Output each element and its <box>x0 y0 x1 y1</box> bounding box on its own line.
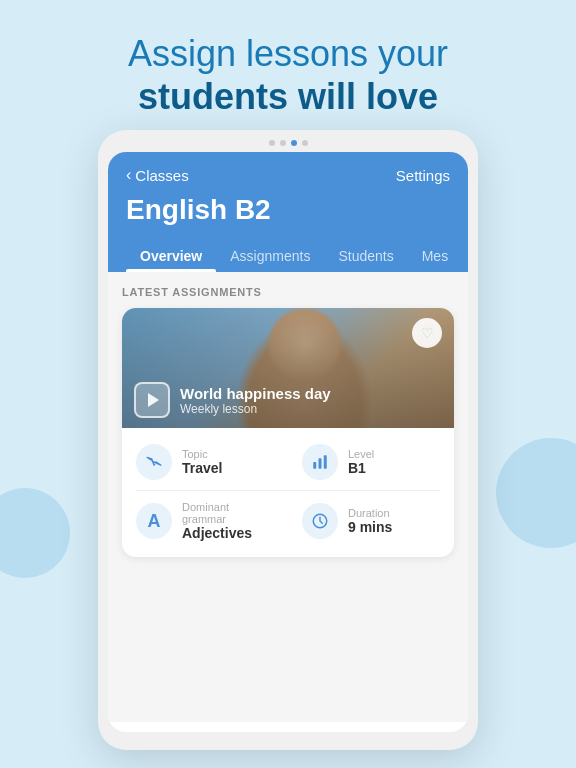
app-nav: ‹ Classes Settings <box>126 166 450 184</box>
assignment-card[interactable]: ♡ World happiness day Weekly lesson <box>122 308 454 557</box>
topic-text: Topic Travel <box>182 448 222 476</box>
tab-students[interactable]: Students <box>324 240 407 272</box>
svg-rect-0 <box>313 462 316 469</box>
plane-icon <box>145 453 163 471</box>
level-text: Level B1 <box>348 448 374 476</box>
lesson-name: World happiness day <box>180 385 331 402</box>
lesson-text: World happiness day Weekly lesson <box>180 385 331 416</box>
level-icon-wrap <box>302 444 338 480</box>
dot-1 <box>269 140 275 146</box>
grammar-icon-wrap: A <box>136 503 172 539</box>
heart-icon: ♡ <box>421 325 434 341</box>
back-button[interactable]: ‹ Classes <box>126 166 189 184</box>
bar-chart-icon <box>311 453 329 471</box>
lesson-type: Weekly lesson <box>180 402 331 416</box>
svg-rect-2 <box>324 455 327 469</box>
hero-title: Assign lessons your students will love <box>40 32 536 118</box>
grammar-text: Dominant grammar Adjectives <box>182 501 274 541</box>
dot-2 <box>280 140 286 146</box>
play-icon <box>148 393 159 407</box>
app-header: ‹ Classes Settings English B2 Overview A… <box>108 152 468 272</box>
decorative-circle-left <box>0 488 70 578</box>
topic-icon-wrap <box>136 444 172 480</box>
meta-level: Level B1 <box>288 434 454 490</box>
tab-assignments[interactable]: Assignments <box>216 240 324 272</box>
duration-icon-wrap <box>302 503 338 539</box>
decorative-circle-right <box>496 438 576 548</box>
dot-4 <box>302 140 308 146</box>
svg-rect-1 <box>319 458 322 469</box>
content-area: LATEST ASSIGNMENTS ♡ <box>108 272 468 722</box>
class-title: English B2 <box>126 194 450 226</box>
device-frame: ‹ Classes Settings English B2 Overview A… <box>98 130 478 750</box>
meta-grid: Topic Travel <box>122 428 454 557</box>
meta-topic: Topic Travel <box>122 434 288 490</box>
back-label: Classes <box>135 167 188 184</box>
hero-section: Assign lessons your students will love <box>0 0 576 138</box>
lesson-info: World happiness day Weekly lesson <box>134 382 331 418</box>
meta-grammar: A Dominant grammar Adjectives <box>122 491 288 551</box>
settings-button[interactable]: Settings <box>396 167 450 184</box>
dot-3 <box>291 140 297 146</box>
play-button[interactable] <box>134 382 170 418</box>
meta-duration: Duration 9 mins <box>288 491 454 551</box>
chevron-left-icon: ‹ <box>126 166 131 184</box>
tab-messages[interactable]: Mes <box>408 240 462 272</box>
device-dots <box>108 140 468 146</box>
clock-icon <box>311 512 329 530</box>
tab-bar: Overview Assignments Students Mes <box>126 240 450 272</box>
device-screen: ‹ Classes Settings English B2 Overview A… <box>108 152 468 732</box>
tab-overview[interactable]: Overview <box>126 240 216 272</box>
letter-a-icon: A <box>148 511 161 532</box>
section-label: LATEST ASSIGNMENTS <box>122 286 454 298</box>
duration-text: Duration 9 mins <box>348 507 392 535</box>
favorite-button[interactable]: ♡ <box>412 318 442 348</box>
card-image: ♡ World happiness day Weekly lesson <box>122 308 454 428</box>
